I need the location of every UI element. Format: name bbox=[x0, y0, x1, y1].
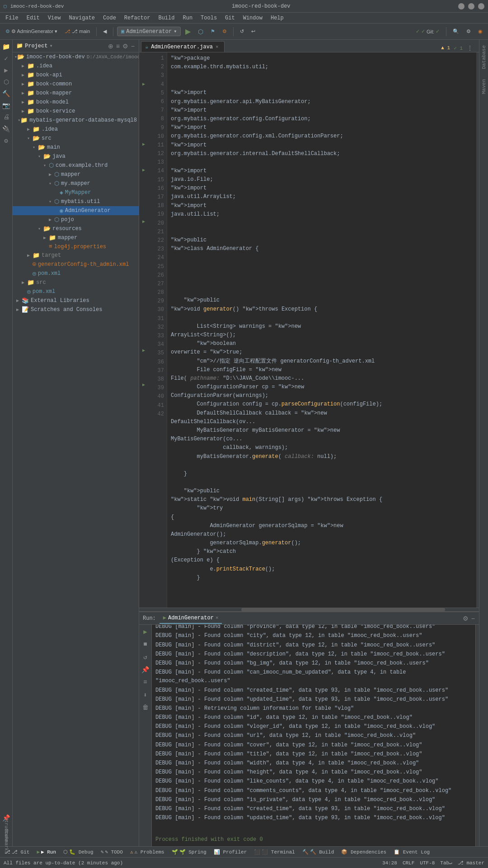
settings-panel-button[interactable]: ⚙ bbox=[122, 42, 129, 50]
sidebar-commit-icon[interactable]: ✓ bbox=[1, 53, 11, 63]
tree-scratches[interactable]: ▶ 📝 Scratches and Consoles bbox=[13, 305, 139, 314]
settings-button[interactable]: ⚙ bbox=[464, 27, 474, 36]
tree-pom[interactable]: ◎ pom.xml bbox=[13, 269, 139, 278]
tree-log4j[interactable]: ≡ log4j.properties bbox=[13, 242, 139, 251]
tree-src[interactable]: ▾ 📂 src bbox=[13, 134, 139, 143]
run-filter-button[interactable]: ≡ bbox=[141, 677, 150, 687]
database-tab[interactable]: Database bbox=[480, 42, 488, 73]
run-play-button[interactable]: ▶ bbox=[141, 627, 150, 637]
expand-button[interactable]: ≡ bbox=[116, 42, 120, 50]
run-tab-admin-generator[interactable]: ▶ AdminGenerator × bbox=[160, 613, 222, 624]
tree-java[interactable]: ▾ 📂 java bbox=[13, 152, 139, 161]
menu-view[interactable]: View bbox=[44, 14, 65, 22]
tree-book-mapper[interactable]: ▶ 📁 book-mapper bbox=[13, 89, 139, 98]
tree-mybatis-util[interactable]: ▾ ⬡ mybatis.util bbox=[13, 197, 139, 206]
menu-navigate[interactable]: Navigate bbox=[65, 14, 99, 22]
run-configuration[interactable]: ▣ AdminGenerator ▾ bbox=[117, 27, 181, 36]
tree-book-model[interactable]: ▶ 📁 book-model bbox=[13, 98, 139, 107]
nav-todo[interactable]: ✎ ✎ TODO bbox=[98, 848, 126, 856]
tree-admin-generator[interactable]: ◉ AdminGenerator bbox=[13, 206, 139, 215]
menu-help[interactable]: Help bbox=[267, 14, 287, 22]
tree-idea2[interactable]: ▶ 📁 .idea bbox=[13, 125, 139, 134]
branch-selector[interactable]: ⎇ ⎇ main bbox=[62, 27, 93, 36]
tree-ext-libs[interactable]: ▶ 📚 External Libraries bbox=[13, 296, 139, 305]
debug-button[interactable]: ⬡ bbox=[195, 27, 206, 37]
run-panel-output[interactable]: DEBUG [main] - Found column "country", d… bbox=[152, 625, 475, 846]
jb-help-button[interactable]: ◉ bbox=[475, 27, 485, 36]
menu-file[interactable]: File bbox=[2, 14, 22, 22]
menu-tools[interactable]: Tools bbox=[197, 14, 221, 22]
menu-window[interactable]: Window bbox=[239, 14, 266, 22]
tab-admin-generator[interactable]: ☕ AdminGenerator.java × bbox=[141, 41, 225, 52]
undo-button[interactable]: ↩ bbox=[249, 27, 258, 36]
back-button[interactable]: ◀ bbox=[100, 27, 109, 36]
close-button[interactable] bbox=[478, 3, 484, 9]
tree-root[interactable]: ▾ 📂 imooc-red-book-dev D:/JAVA_Code/imoo… bbox=[13, 52, 139, 61]
tree-book-api[interactable]: ▶ 📁 book-api bbox=[13, 71, 139, 80]
nav-profiler[interactable]: 📊 Profiler bbox=[211, 848, 249, 856]
nav-problems[interactable]: ⚠ ⚠ Problems bbox=[127, 848, 167, 856]
tree-idea[interactable]: ▶ 📁 .idea bbox=[13, 61, 139, 71]
sidebar-debug-icon[interactable]: ⬡ bbox=[1, 77, 11, 87]
profile-button[interactable]: ⚙ bbox=[220, 27, 230, 36]
run-rerun-button[interactable]: ↺ bbox=[141, 652, 150, 662]
menu-run[interactable]: Run bbox=[179, 14, 196, 22]
locate-button[interactable]: ⊕ bbox=[108, 42, 114, 50]
tree-main[interactable]: ▾ 📂 main bbox=[13, 143, 139, 152]
nav-dependencies[interactable]: 📦 Dependencies bbox=[338, 848, 389, 856]
tab-close-button[interactable]: × bbox=[216, 44, 219, 50]
menu-git[interactable]: Git bbox=[221, 14, 239, 22]
tree-my-mapper[interactable]: ▾ ⬡ my.mapper bbox=[13, 179, 139, 188]
tree-book-service[interactable]: ▶ 📁 book-service bbox=[13, 107, 139, 116]
tree-book-common[interactable]: ▶ 📁 book-common bbox=[13, 80, 139, 89]
maven-tab[interactable]: Maven bbox=[480, 75, 488, 98]
sidebar-plugin-icon[interactable]: 🔌 bbox=[1, 124, 11, 134]
search-everywhere-button[interactable]: 🔍 bbox=[450, 27, 462, 36]
sidebar-build-icon[interactable]: 🔨 bbox=[1, 89, 11, 99]
run-pin-button[interactable]: 📌 bbox=[141, 665, 150, 675]
coverage-button[interactable]: ⚑ bbox=[208, 27, 218, 36]
tree-mapper[interactable]: ▶ ⬡ mapper bbox=[13, 170, 139, 179]
nav-debug[interactable]: ⬡ 🐛 Debug bbox=[61, 848, 96, 856]
nav-spring[interactable]: 🌱 🌱 Spring bbox=[169, 848, 209, 856]
sidebar-bookmark-icon[interactable]: Bookmarks bbox=[1, 836, 11, 846]
code-content[interactable]: "kw">package com.example.thrd.mybatis.ut… bbox=[167, 52, 476, 608]
sidebar-settings2-icon[interactable]: ⚙ bbox=[1, 136, 11, 146]
nav-git[interactable]: ⎇ ⎇ Git bbox=[2, 848, 32, 856]
tree-mymapper[interactable]: ◈ MyMapper bbox=[13, 188, 139, 197]
tree-pojo[interactable]: ▶ ⬡ pojo bbox=[13, 215, 139, 224]
menu-edit[interactable]: Edit bbox=[23, 14, 43, 22]
tree-pom2[interactable]: ◎ pom.xml bbox=[13, 287, 139, 296]
editor-settings-button[interactable]: ⋮ bbox=[466, 44, 474, 52]
tree-src2[interactable]: ▶ 📁 src bbox=[13, 278, 139, 287]
sync-button[interactable]: ↺ bbox=[237, 27, 247, 36]
maximize-button[interactable] bbox=[468, 3, 474, 9]
run-panel-minimize-button[interactable]: − bbox=[471, 614, 475, 623]
close-panel-button[interactable]: − bbox=[131, 42, 135, 50]
nav-event-log[interactable]: 📋 Event Log bbox=[391, 848, 432, 856]
run-scroll-end-button[interactable]: ⬇ bbox=[141, 690, 150, 700]
menu-build[interactable]: Build bbox=[155, 14, 178, 22]
git-status[interactable]: ✓ ✓ Git: ✓ bbox=[413, 27, 442, 36]
tree-target[interactable]: ▶ 📁 target bbox=[13, 251, 139, 260]
run-panel-settings-button[interactable]: ⚙ bbox=[462, 614, 469, 623]
nav-run[interactable]: ▶ ▶ Run bbox=[34, 848, 59, 856]
tree-mybatis-gen[interactable]: ▾ 📁 mybatis-generator-database-mysql8 bbox=[13, 116, 139, 125]
tree-resources[interactable]: ▾ 📂 resources bbox=[13, 224, 139, 233]
tree-generator-config[interactable]: ⌾ generatorConfig-th_admin.xml bbox=[13, 260, 139, 269]
sidebar-run-icon[interactable]: ▶ bbox=[1, 65, 11, 75]
horizontal-scrollbar[interactable] bbox=[139, 608, 479, 611]
run-panel-scrollbar[interactable] bbox=[475, 625, 479, 846]
run-button[interactable]: ▶ bbox=[183, 26, 193, 37]
tree-mapper2[interactable]: ▶ 📁 mapper bbox=[13, 233, 139, 242]
sidebar-project-icon[interactable]: 📁 bbox=[1, 42, 11, 52]
sidebar-camera-icon[interactable]: 📷 bbox=[1, 100, 11, 110]
run-stop-button[interactable]: ■ bbox=[141, 639, 150, 649]
menu-code[interactable]: Code bbox=[99, 14, 120, 22]
nav-terminal[interactable]: ⬛ ⬛ Terminal bbox=[251, 848, 297, 856]
run-trash-button[interactable]: 🗑 bbox=[141, 703, 150, 712]
tree-package[interactable]: ▾ ⬡ com.example.thrd bbox=[13, 161, 139, 170]
nav-build[interactable]: 🔨 🔨 Build bbox=[300, 848, 337, 856]
menu-refactor[interactable]: Refactor bbox=[121, 14, 154, 22]
sidebar-print-icon[interactable]: 🖨 bbox=[1, 112, 11, 122]
